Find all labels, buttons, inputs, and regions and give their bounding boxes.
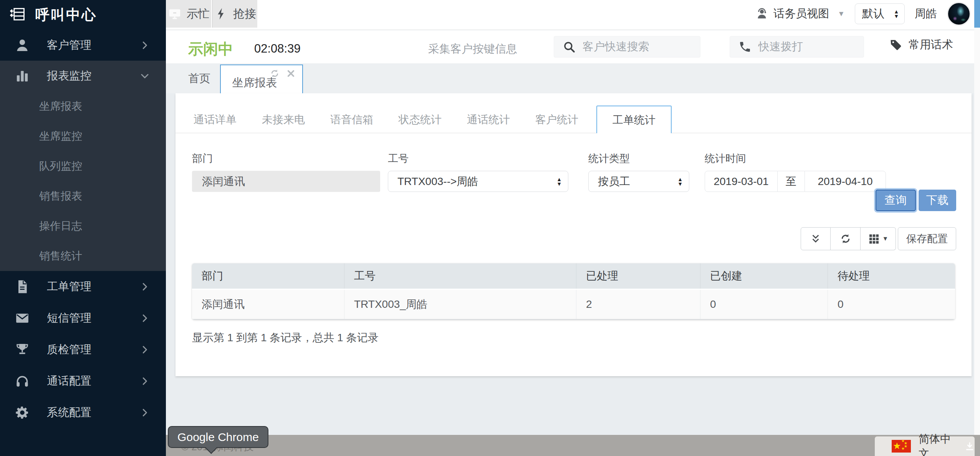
sidebar-item-label: 客户管理 — [47, 38, 91, 53]
sidebar-item-sales-report[interactable]: 销售报表 — [0, 181, 166, 211]
cell-agent-id: TRTX003_周皓 — [344, 290, 576, 319]
profile-select[interactable]: 默认 ▲▼ — [855, 3, 905, 24]
filter-stat-type: 统计类型 按员工 ▲▼ — [588, 152, 689, 192]
subtab-status-stats[interactable]: 状态统计 — [386, 106, 454, 133]
page-scrollbar[interactable] — [974, 0, 980, 435]
subtab-call-details[interactable]: 通话详单 — [181, 106, 249, 133]
chevron-right-icon — [139, 344, 151, 355]
chevron-right-icon — [139, 407, 151, 418]
table-toolbar: ▼ — [801, 227, 896, 250]
col-agent-id[interactable]: 工号 — [344, 263, 576, 289]
sidebar-item-label: 系统配置 — [47, 405, 91, 420]
cell-pending: 0 — [828, 290, 955, 319]
subtab-ticket-stats[interactable]: 工单统计 — [596, 106, 672, 133]
sidebar-item-customer-mgmt[interactable]: 客户管理 — [0, 30, 166, 61]
call-center-app: 呼叫中心 客户管理 报表监控 坐席报表 坐席监控 队列监控 销售报表 操作日志 … — [0, 0, 980, 456]
subtab-voicemail[interactable]: 语音信箱 — [318, 106, 386, 133]
main-tabstrip: 首页 坐席报表 — [166, 63, 980, 93]
sidebar-item-queue-monitor[interactable]: 队列监控 — [0, 151, 166, 181]
sidebar-item-sms-mgmt[interactable]: 短信管理 — [0, 302, 166, 334]
common-phrases-label: 常用话术 — [909, 37, 953, 53]
grab-call-button[interactable]: 抢接 — [212, 0, 257, 28]
grab-call-label: 抢接 — [233, 6, 256, 22]
query-button[interactable]: 查询 — [876, 190, 916, 211]
report-subtabs: 通话详单 未接来电 语音信箱 状态统计 通话统计 客户统计 工单统计 — [175, 106, 972, 133]
refresh-tab-icon[interactable] — [270, 68, 280, 80]
filter-agent: 工号 TRTX003-->周皓 ▲▼ — [388, 152, 568, 192]
subtab-customer-stats[interactable]: 客户统计 — [523, 106, 591, 133]
sidebar-item-report-monitor[interactable]: 报表监控 — [0, 61, 166, 91]
department-label: 部门 — [192, 152, 380, 165]
topbar: 示忙 抢接 话务员视图 ▼ 默认 ▲▼ 周皓 — [166, 0, 980, 30]
chevron-right-icon — [139, 375, 151, 387]
date-to-input[interactable]: 2019-04-10 — [805, 171, 886, 192]
sidebar-item-sales-stats[interactable]: 销售统计 — [0, 241, 166, 271]
search-icon — [563, 40, 576, 53]
save-config-button[interactable]: 保存配置 — [898, 227, 956, 250]
sidebar-item-qc-mgmt[interactable]: 质检管理 — [0, 334, 166, 365]
agent-headset-icon — [755, 7, 769, 21]
columns-dropdown-button[interactable]: ▼ — [861, 227, 896, 250]
chevron-down-icon — [139, 70, 151, 82]
record-summary: 显示第 1 到第 1 条记录，总共 1 条记录 — [192, 330, 378, 345]
sidebar-item-agent-report[interactable]: 坐席报表 — [0, 91, 166, 121]
date-from-input[interactable]: 2019-03-01 — [705, 171, 778, 192]
col-created[interactable]: 已创建 — [700, 263, 828, 289]
sidebar: 呼叫中心 客户管理 报表监控 坐席报表 坐席监控 队列监控 销售报表 操作日志 … — [0, 0, 166, 456]
sidebar-item-label: 报表监控 — [47, 68, 91, 84]
close-tab-icon[interactable] — [286, 68, 296, 80]
caret-down-icon: ▼ — [838, 10, 845, 18]
select-spinner-icon: ▲▼ — [677, 177, 683, 186]
common-phrases-link[interactable]: 常用话术 — [889, 37, 953, 53]
caret-down-icon: ▼ — [882, 235, 889, 242]
chevron-right-icon — [139, 312, 151, 324]
table-row[interactable]: 添闰通讯 TRTX003_周皓 2 0 0 — [192, 290, 955, 320]
sidebar-item-system-config[interactable]: 系统配置 — [0, 397, 166, 428]
set-busy-button[interactable]: 示忙 — [166, 0, 211, 28]
idle-status-badge: 示闲中 — [188, 39, 233, 59]
collapse-sidebar-icon[interactable] — [9, 6, 26, 24]
profile-select-value: 默认 — [862, 6, 884, 21]
col-pending[interactable]: 待处理 — [828, 263, 955, 289]
monitor-icon — [167, 7, 182, 21]
scrollbar-thumb[interactable] — [974, 0, 980, 28]
topbar-right: 话务员视图 ▼ 默认 ▲▼ 周皓 — [755, 0, 971, 28]
language-label: 简体中文 — [919, 432, 954, 456]
app-logo: 呼叫中心 — [0, 0, 166, 30]
sidebar-group-reports: 报表监控 坐席报表 坐席监控 队列监控 销售报表 操作日志 销售统计 — [0, 61, 166, 271]
stat-type-select[interactable]: 按员工 ▲▼ — [588, 171, 689, 192]
collect-keys-hint[interactable]: 采集客户按键信息 — [428, 41, 517, 57]
cell-department: 添闰通讯 — [192, 290, 344, 319]
tag-icon — [889, 38, 902, 51]
taskbar-tooltip-label: Google Chrome — [177, 431, 259, 444]
language-select-button[interactable]: ★★★★★ 简体中文 — [875, 436, 975, 456]
headphones-icon — [15, 373, 32, 389]
select-spinner-icon: ▲▼ — [894, 9, 899, 18]
sidebar-item-call-config[interactable]: 通话配置 — [0, 365, 166, 397]
collapse-toolbar-button[interactable] — [801, 227, 831, 250]
subtab-missed-calls[interactable]: 未接来电 — [249, 106, 318, 133]
sidebar-item-agent-monitor[interactable]: 坐席监控 — [0, 121, 166, 151]
col-processed[interactable]: 已处理 — [576, 263, 700, 289]
view-select-label: 话务员视图 — [773, 6, 829, 21]
bar-chart-icon — [15, 68, 32, 84]
tab-home[interactable]: 首页 — [188, 63, 210, 93]
refresh-table-button[interactable] — [831, 227, 861, 250]
filter-time-range: 统计时间 2019-03-01 至 2019-04-10 — [705, 152, 886, 192]
subtab-call-stats[interactable]: 通话统计 — [454, 106, 523, 133]
col-department[interactable]: 部门 — [192, 263, 344, 289]
avatar[interactable] — [947, 2, 971, 26]
department-input: 添闰通讯 — [192, 171, 380, 192]
sidebar-item-operation-log[interactable]: 操作日志 — [0, 211, 166, 241]
tab-agent-report[interactable]: 坐席报表 — [220, 64, 303, 93]
quick-dial-input[interactable]: 快速拨打 — [730, 36, 864, 58]
download-button[interactable]: 下载 — [919, 190, 956, 211]
view-select[interactable]: 话务员视图 ▼ — [755, 6, 845, 21]
customer-search-input[interactable]: 客户快速搜索 — [554, 36, 700, 58]
sidebar-item-label: 通话配置 — [47, 373, 91, 389]
refresh-icon — [839, 233, 852, 245]
search-placeholder: 客户快速搜索 — [583, 39, 649, 55]
sidebar-item-ticket-mgmt[interactable]: 工单管理 — [0, 271, 166, 302]
agent-select[interactable]: TRTX003-->周皓 ▲▼ — [388, 171, 568, 192]
gear-icon — [15, 405, 32, 420]
